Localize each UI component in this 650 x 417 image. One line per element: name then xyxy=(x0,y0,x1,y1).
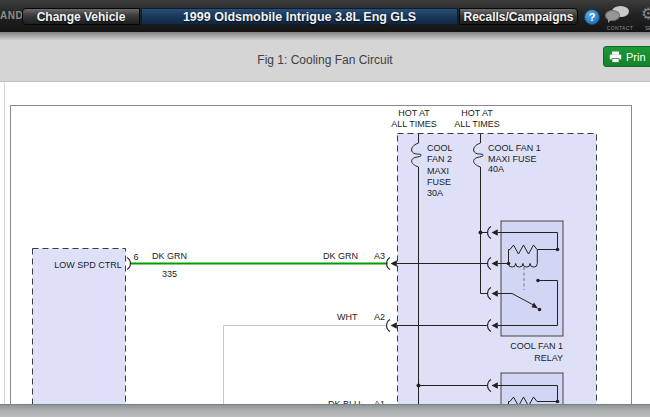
footer-strip xyxy=(0,404,650,417)
svg-text:MAXI FUSE: MAXI FUSE xyxy=(488,154,537,164)
svg-text:COOL: COOL xyxy=(427,143,453,153)
svg-text:FAN 2: FAN 2 xyxy=(427,154,452,164)
speech-bubble-tail-icon xyxy=(608,19,612,23)
pin-6-label: 6 xyxy=(134,252,139,262)
contact-button[interactable]: CONTACT xyxy=(602,4,638,32)
svg-text:FUSE: FUSE xyxy=(427,177,451,187)
low-spd-ctrl-label: LOW SPD CTRL xyxy=(54,260,122,270)
svg-text:ALL TIMES: ALL TIMES xyxy=(454,119,500,129)
wiring-diagram-svg: HOT AT ALL TIMES HOT AT ALL TIMES xyxy=(0,82,650,417)
svg-text:HOT AT: HOT AT xyxy=(398,108,430,118)
svg-text:40A: 40A xyxy=(488,164,504,174)
wht-label: WHT xyxy=(337,312,358,322)
printer-icon xyxy=(609,51,622,63)
panel-divider xyxy=(4,82,5,404)
dk-grn-label-left: DK GRN xyxy=(152,251,187,261)
brand-text-fragment: AND xyxy=(0,10,23,21)
figure-title-bar: Fig 1: Cooling Fan Circuit Prin xyxy=(0,40,650,82)
recalls-campaigns-button[interactable]: Recalls/Campaigns xyxy=(459,8,578,25)
svg-text:HOT AT: HOT AT xyxy=(461,108,493,118)
contact-label: CONTACT xyxy=(600,25,640,31)
change-vehicle-button[interactable]: Change Vehicle xyxy=(22,8,140,25)
toolbar-shadow-strip xyxy=(0,32,650,40)
print-button[interactable]: Prin xyxy=(603,46,650,67)
low-spd-ctrl-box xyxy=(33,249,126,417)
print-button-label: Prin xyxy=(626,51,646,63)
dk-grn-label-right: DK GRN xyxy=(323,251,358,261)
terminal-a2-label: A2 xyxy=(374,312,385,322)
svg-text:ALL TIMES: ALL TIMES xyxy=(391,119,437,129)
vehicle-title-button[interactable]: 1999 Oldsmobile Intrigue 3.8L Eng GLS xyxy=(141,8,458,25)
gear-icon[interactable]: ⚙ xyxy=(641,4,650,23)
svg-text:30A: 30A xyxy=(427,188,443,198)
diagram-content-area: HOT AT ALL TIMES HOT AT ALL TIMES xyxy=(0,82,650,417)
top-nav-bar: AND Change Vehicle 1999 Oldsmobile Intri… xyxy=(0,0,650,32)
cool-fan-1-relay-box xyxy=(501,221,563,336)
help-icon[interactable]: ? xyxy=(584,9,600,25)
svg-text:MAXI: MAXI xyxy=(427,166,449,176)
svg-text:COOL FAN 1: COOL FAN 1 xyxy=(488,143,541,153)
terminal-a3-label: A3 xyxy=(374,251,385,261)
circuit-335-label: 335 xyxy=(162,269,177,279)
relay1-label-line2: RELAY xyxy=(534,353,563,363)
app-window: AND Change Vehicle 1999 Oldsmobile Intri… xyxy=(0,0,650,417)
figure-title: Fig 1: Cooling Fan Circuit xyxy=(0,53,650,67)
relay1-label-line1: COOL FAN 1 xyxy=(510,341,563,351)
settings-label-fragment: SE xyxy=(645,25,650,31)
